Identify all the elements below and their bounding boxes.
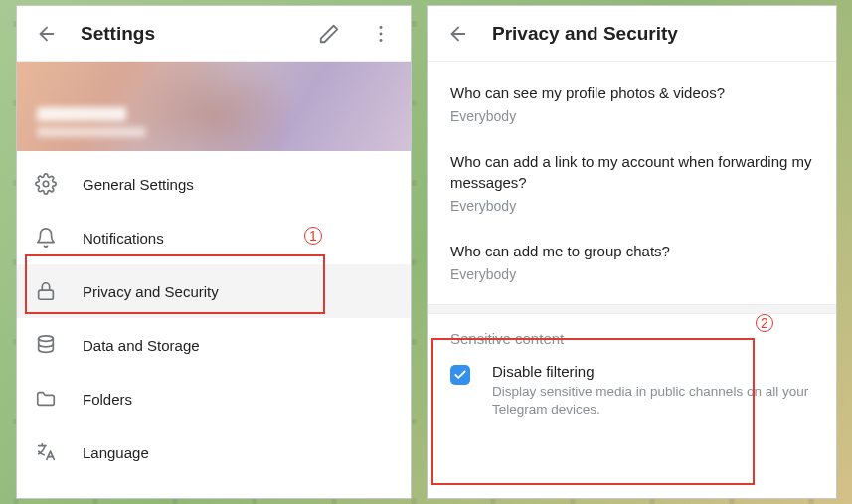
profile-name-blurred: [37, 107, 146, 137]
sidebar-item-label: Data and Storage: [83, 337, 200, 354]
settings-header: Settings: [17, 6, 411, 62]
arrow-left-icon: [36, 23, 58, 45]
sidebar-item-folders[interactable]: Folders: [17, 372, 411, 425]
privacy-value: Everybody: [450, 266, 814, 282]
svg-point-1: [380, 26, 383, 29]
sidebar-item-label: Language: [83, 444, 149, 461]
sidebar-item-general[interactable]: General Settings: [17, 157, 411, 211]
edit-button[interactable]: [311, 16, 347, 52]
settings-panel: Settings General Settings Notifications: [16, 5, 412, 499]
privacy-question: Who can see my profile photos & videos?: [450, 84, 814, 103]
disable-filtering-row[interactable]: Disable filtering Display sensitive medi…: [428, 353, 836, 436]
disable-filtering-title: Disable filtering: [492, 363, 814, 380]
back-button[interactable]: [440, 16, 476, 52]
privacy-question: Who can add a link to my account when fo…: [450, 152, 814, 193]
privacy-title: Privacy and Security: [492, 23, 824, 45]
lock-icon: [35, 280, 57, 302]
privacy-value: Everybody: [450, 108, 814, 124]
privacy-panel: Privacy and Security Who can see my prof…: [427, 5, 837, 499]
more-button[interactable]: [363, 16, 399, 52]
svg-point-6: [39, 336, 54, 342]
sensitive-section-title: Sensitive content: [428, 314, 836, 353]
settings-menu: General Settings Notifications Privacy a…: [17, 151, 411, 479]
sidebar-item-label: General Settings: [83, 176, 194, 193]
sidebar-item-notifications[interactable]: Notifications: [17, 211, 411, 264]
privacy-item-profile-photos[interactable]: Who can see my profile photos & videos? …: [428, 70, 836, 138]
gear-icon: [35, 173, 57, 195]
sidebar-item-label: Notifications: [83, 230, 164, 247]
back-button[interactable]: [29, 16, 65, 52]
sidebar-item-privacy[interactable]: Privacy and Security: [17, 264, 411, 318]
folder-icon: [35, 388, 57, 410]
privacy-list: Who can see my profile photos & videos? …: [428, 62, 836, 304]
disable-filtering-subtitle: Display sensitive media in public channe…: [492, 383, 814, 419]
disable-filtering-checkbox[interactable]: [450, 365, 470, 385]
settings-title: Settings: [81, 23, 295, 45]
svg-point-4: [43, 181, 49, 187]
sidebar-item-label: Privacy and Security: [83, 283, 219, 300]
disable-filtering-text: Disable filtering Display sensitive medi…: [492, 363, 814, 419]
language-icon: [35, 441, 57, 463]
privacy-question: Who can add me to group chats?: [450, 242, 814, 261]
section-divider: [428, 304, 836, 314]
sidebar-item-data[interactable]: Data and Storage: [17, 318, 411, 372]
profile-banner[interactable]: [17, 62, 411, 151]
svg-point-3: [380, 38, 383, 41]
privacy-header: Privacy and Security: [428, 6, 836, 62]
svg-rect-5: [39, 290, 54, 299]
privacy-item-group-chats[interactable]: Who can add me to group chats? Everybody: [428, 228, 836, 296]
svg-point-2: [380, 32, 383, 35]
more-vertical-icon: [370, 23, 392, 45]
privacy-value: Everybody: [450, 198, 814, 214]
sidebar-item-label: Folders: [83, 391, 132, 408]
sidebar-item-language[interactable]: Language: [17, 425, 411, 479]
privacy-item-forward-link[interactable]: Who can add a link to my account when fo…: [428, 138, 836, 228]
pencil-icon: [318, 23, 340, 45]
arrow-left-icon: [447, 23, 469, 45]
bell-icon: [35, 227, 57, 249]
check-icon: [453, 368, 467, 382]
database-icon: [35, 334, 57, 356]
